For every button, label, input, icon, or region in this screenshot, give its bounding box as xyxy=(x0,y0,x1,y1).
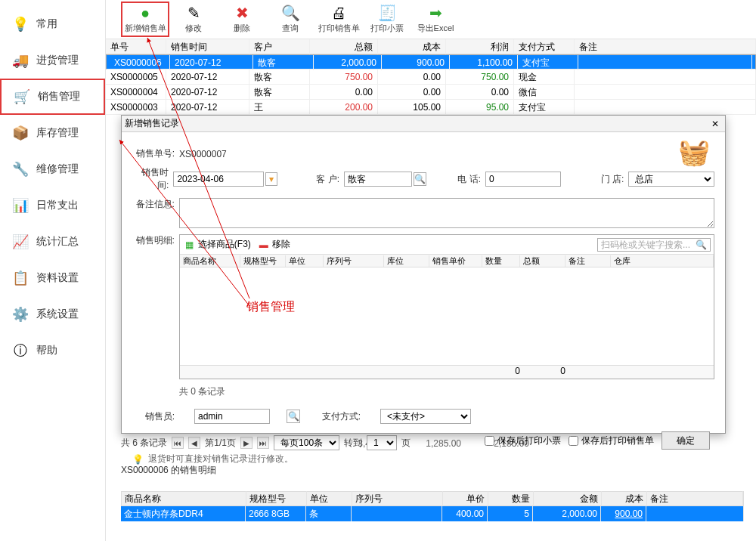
cart-image-icon: 🧺 xyxy=(678,137,714,167)
nav-system[interactable]: ⚙️系统设置 xyxy=(0,296,105,332)
search-icon[interactable]: 🔍 xyxy=(414,172,426,186)
bulb-icon: 💡 xyxy=(12,16,29,32)
help-icon: ⓘ xyxy=(12,342,29,359)
truck-icon: 🚚 xyxy=(12,52,29,69)
close-icon[interactable]: ✕ xyxy=(708,117,722,131)
new-sale-dialog: 新增销售记录 ✕ 🧺 销售单号: XS0000007 销售时间: ▾ 客 户: … xyxy=(121,115,726,434)
search-icon[interactable]: 🔍 xyxy=(287,410,300,423)
btn-print-sale[interactable]: 🖨打印销售单 xyxy=(314,5,363,34)
shop-label: 门 店: xyxy=(591,173,624,186)
nav-purchase[interactable]: 🚚进货管理 xyxy=(0,42,105,79)
select-goods-button[interactable]: ▦选择商品(F3) xyxy=(184,238,251,251)
box-icon: 📦 xyxy=(12,125,29,141)
calendar-icon[interactable]: ▾ xyxy=(265,172,277,186)
records-count: 共 0 条记录 xyxy=(179,385,714,398)
dialog-title-bar[interactable]: 新增销售记录 ✕ xyxy=(122,116,725,132)
cust-input[interactable] xyxy=(344,172,412,187)
btn-export[interactable]: ➡导出Excel xyxy=(411,5,460,34)
col-profit[interactable]: 利润 xyxy=(446,39,514,54)
nav-help[interactable]: ⓘ帮助 xyxy=(0,332,105,369)
bulb-icon: 💡 xyxy=(132,454,144,465)
cust-label: 客 户: xyxy=(300,173,339,186)
nav-stats[interactable]: 📈统计汇总 xyxy=(0,224,105,260)
phone-label: 电 话: xyxy=(442,173,481,186)
btn-edit[interactable]: ✎修改 xyxy=(169,5,218,34)
details-label: 销售明细: xyxy=(132,234,175,247)
order-id-label: 销售单号: xyxy=(132,147,175,160)
export-icon: ➡ xyxy=(427,5,444,21)
nav-repair[interactable]: 🔧维修管理 xyxy=(0,151,105,187)
col-pay[interactable]: 支付方式 xyxy=(514,39,575,54)
paytype-label: 支付方式: xyxy=(315,410,361,423)
pencil-icon: ✎ xyxy=(185,5,202,21)
seller-label: 销售员: xyxy=(132,410,175,423)
nav-expense[interactable]: 📊日常支出 xyxy=(0,187,105,224)
ok-button[interactable]: 确定 xyxy=(662,431,710,450)
list-icon: 📋 xyxy=(12,270,29,286)
hint-text: 💡退货时可直接对销售记录进行修改。 xyxy=(132,453,714,465)
dialog-title: 新增销售记录 xyxy=(125,117,179,130)
col-cost[interactable]: 成本 xyxy=(378,39,446,54)
order-id-value: XS0000007 xyxy=(179,149,227,159)
toolbar: ●新增销售单 ✎修改 ✖删除 🔍查询 🖨打印销售单 🧾打印小票 ➡导出Excel xyxy=(106,0,756,39)
col-id[interactable]: 单号 xyxy=(106,39,166,54)
btn-search[interactable]: 🔍查询 xyxy=(266,5,314,34)
sidebar: 💡常用 🚚进货管理 🛒销售管理 📦库存管理 🔧维修管理 📊日常支出 📈统计汇总 … xyxy=(0,0,106,541)
nav-sales[interactable]: 🛒销售管理 xyxy=(0,79,105,115)
bar-icon: 📊 xyxy=(12,197,29,214)
seller-input[interactable] xyxy=(194,409,270,424)
table-row[interactable]: XS00000032020-07-12王200.00105.0095.00支付宝 xyxy=(106,100,756,115)
plus-icon: ▦ xyxy=(184,240,195,250)
table-row[interactable]: XS00000052020-07-12散客750.000.00750.00现金 xyxy=(106,70,756,85)
plus-icon: ● xyxy=(137,5,153,21)
search-icon: 🔍 xyxy=(282,5,299,21)
remark-label: 备注信息: xyxy=(132,198,175,211)
detail-row[interactable]: 金士顿内存条DDR42666 8GB条400.0052,000.00900.00 xyxy=(121,506,744,521)
nav-data[interactable]: 📋资料设置 xyxy=(0,260,105,296)
btn-delete[interactable]: ✖删除 xyxy=(218,5,266,34)
col-remark[interactable]: 备注 xyxy=(575,39,756,54)
chk-print-receipt[interactable]: 保存后打印小票 xyxy=(485,434,561,447)
delete-icon: ✖ xyxy=(234,5,250,21)
col-total[interactable]: 总额 xyxy=(310,39,378,54)
chart-icon: 📈 xyxy=(12,233,29,250)
remove-button[interactable]: ▬移除 xyxy=(259,238,290,251)
detail-grid: 商品名称规格型号单位序列号单价数量金额成本备注 金士顿内存条DDR42666 8… xyxy=(121,491,744,521)
annotation-label: 销售管理 xyxy=(246,299,295,315)
shop-select[interactable]: 总店 xyxy=(628,172,714,187)
paytype-select[interactable]: <未支付> xyxy=(380,409,471,424)
receipt-icon: 🧾 xyxy=(379,5,395,21)
col-time[interactable]: 销售时间 xyxy=(166,39,249,54)
minus-icon: ▬ xyxy=(259,240,269,250)
chk-print-sale[interactable]: 保存后打印销售单 xyxy=(569,434,654,447)
scan-input[interactable]: 扫码枪或关键字搜索...🔍 xyxy=(597,238,711,252)
btn-new-sale[interactable]: ●新增销售单 xyxy=(121,2,169,37)
btn-print-receipt[interactable]: 🧾打印小票 xyxy=(363,5,411,34)
sale-time-input[interactable] xyxy=(173,172,264,187)
phone-input[interactable] xyxy=(485,172,561,187)
table-row[interactable]: XS00000062020-07-12散客2,000.00900.001,100… xyxy=(106,54,756,70)
sale-time-label: 销售时间: xyxy=(132,166,169,192)
remark-input[interactable] xyxy=(179,198,714,228)
table-row[interactable]: XS00000042020-07-12散客0.000.000.00微信 xyxy=(106,85,756,100)
nav-inventory[interactable]: 📦库存管理 xyxy=(0,115,105,151)
grid-header: 单号 销售时间 客户 总额 成本 利润 支付方式 备注 xyxy=(106,39,756,54)
sales-grid: 单号 销售时间 客户 总额 成本 利润 支付方式 备注 XS0000006202… xyxy=(106,39,756,115)
nav-common[interactable]: 💡常用 xyxy=(0,6,105,42)
search-icon[interactable]: 🔍 xyxy=(696,240,707,250)
col-cust[interactable]: 客户 xyxy=(249,39,310,54)
cart-icon: 🛒 xyxy=(14,88,30,105)
wrench-icon: 🔧 xyxy=(12,161,29,178)
printer-icon: 🖨 xyxy=(330,5,347,21)
gear-icon: ⚙️ xyxy=(12,306,29,323)
